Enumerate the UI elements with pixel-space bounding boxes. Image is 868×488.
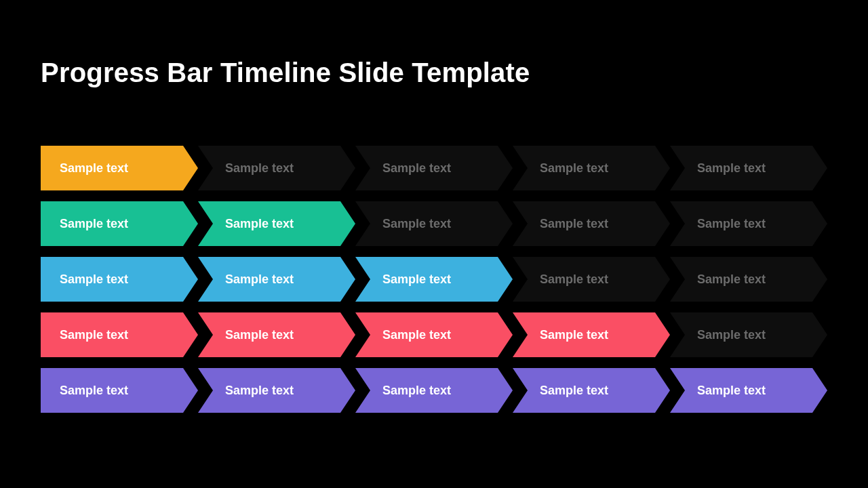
progress-segment: Sample text	[670, 257, 827, 302]
progress-segment: Sample text	[355, 201, 513, 246]
segment-label: Sample text	[225, 384, 294, 398]
progress-segment: Sample text	[513, 368, 670, 413]
segment-label: Sample text	[540, 384, 608, 398]
progress-segment: Sample text	[355, 368, 513, 413]
progress-segment: Sample text	[198, 201, 355, 246]
segment-label: Sample text	[382, 217, 451, 231]
progress-segment: Sample text	[670, 146, 827, 190]
progress-segment: Sample text	[41, 257, 198, 302]
segment-label: Sample text	[225, 328, 294, 342]
slide: Progress Bar Timeline Slide Template Sam…	[0, 0, 868, 488]
slide-title: Progress Bar Timeline Slide Template	[41, 58, 530, 88]
progress-segment: Sample text	[513, 146, 670, 190]
progress-segment: Sample text	[41, 201, 198, 246]
progress-segment: Sample text	[198, 146, 355, 190]
progress-segment: Sample text	[513, 257, 670, 302]
segment-label: Sample text	[225, 272, 294, 287]
progress-segment: Sample text	[355, 312, 513, 357]
progress-segment: Sample text	[41, 146, 198, 190]
segment-label: Sample text	[697, 161, 766, 176]
progress-segment: Sample text	[670, 312, 827, 357]
segment-label: Sample text	[382, 384, 451, 398]
progress-segment: Sample text	[198, 312, 355, 357]
segment-label: Sample text	[540, 272, 608, 287]
segment-label: Sample text	[382, 328, 451, 342]
progress-row: Sample textSample textSample textSample …	[41, 146, 827, 190]
segment-label: Sample text	[60, 384, 128, 398]
progress-segment: Sample text	[41, 312, 198, 357]
segment-label: Sample text	[60, 161, 128, 176]
segment-label: Sample text	[697, 217, 766, 231]
segment-label: Sample text	[382, 272, 451, 287]
progress-segment: Sample text	[198, 368, 355, 413]
segment-label: Sample text	[225, 161, 294, 176]
progress-segment: Sample text	[670, 201, 827, 246]
progress-segment: Sample text	[198, 257, 355, 302]
segment-label: Sample text	[540, 328, 608, 342]
progress-segment: Sample text	[355, 257, 513, 302]
progress-row: Sample textSample textSample textSample …	[41, 368, 827, 413]
segment-label: Sample text	[225, 217, 294, 231]
segment-label: Sample text	[697, 328, 766, 342]
progress-segment: Sample text	[513, 312, 670, 357]
segment-label: Sample text	[60, 217, 128, 231]
progress-segment: Sample text	[41, 368, 198, 413]
progress-segment: Sample text	[355, 146, 513, 190]
segment-label: Sample text	[540, 217, 608, 231]
progress-row: Sample textSample textSample textSample …	[41, 257, 827, 302]
segment-label: Sample text	[60, 328, 128, 342]
segment-label: Sample text	[60, 272, 128, 287]
progress-segment: Sample text	[513, 201, 670, 246]
progress-row: Sample textSample textSample textSample …	[41, 201, 827, 246]
progress-row: Sample textSample textSample textSample …	[41, 312, 827, 357]
segment-label: Sample text	[382, 161, 451, 176]
progress-segment: Sample text	[670, 368, 827, 413]
progress-rows: Sample textSample textSample textSample …	[41, 146, 827, 424]
segment-label: Sample text	[540, 161, 608, 176]
segment-label: Sample text	[697, 384, 766, 398]
segment-label: Sample text	[697, 272, 766, 287]
